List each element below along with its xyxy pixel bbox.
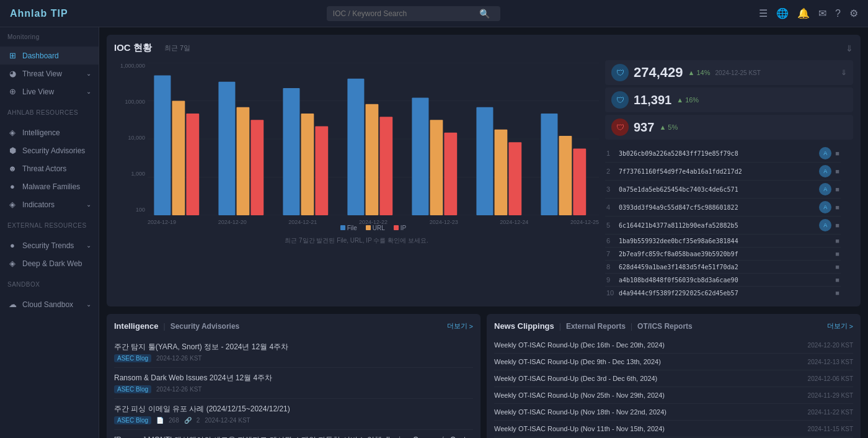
list-row: 9 a4b108bd4848f0f56039cb8d3a6cae90 ■ bbox=[605, 274, 841, 287]
mail-icon[interactable]: ✉ bbox=[818, 7, 826, 19]
intel-panel: Intelligence | Security Advisories 더보기 >… bbox=[107, 314, 480, 438]
sidebar-item-threat-actors[interactable]: ☻ Threat Actors bbox=[0, 159, 99, 177]
news-item: Weekly OT-ISAC Round-Up (Nov 11th - Nov … bbox=[494, 421, 853, 437]
indicators-icon: ◈ bbox=[7, 200, 17, 209]
search-input[interactable] bbox=[333, 9, 476, 18]
ioc-chart: 1,000,000 100,000 10,000 1,000 100 bbox=[114, 60, 599, 299]
sidebar-item-dashboard[interactable]: ⊞ Dashboard bbox=[0, 47, 99, 65]
intel-tag: ASEC Blog bbox=[114, 416, 151, 424]
copy-icon[interactable]: ■ bbox=[835, 203, 839, 211]
sidebar-item-intelligence[interactable]: ◈ Intelligence bbox=[0, 123, 99, 141]
sandbox-section: ☁ Cloud Sandbox ⌄ bbox=[0, 290, 99, 318]
search-bar[interactable]: 🔍 bbox=[327, 6, 500, 21]
sidebar-item-label: Threat View bbox=[22, 69, 62, 78]
ioc-badge-a[interactable]: A bbox=[819, 165, 831, 177]
y-label-5: 100 bbox=[117, 207, 145, 213]
svg-rect-19 bbox=[444, 133, 457, 215]
copy-icon[interactable]: ■ bbox=[835, 237, 839, 244]
copy-icon[interactable]: ■ bbox=[835, 263, 839, 270]
ioc-badge-a[interactable]: A bbox=[819, 219, 831, 231]
chart-note: 최근 7일간 발견된 File, URL, IP 수를 확인에 보세요. bbox=[114, 236, 599, 245]
globe-icon[interactable]: 🌐 bbox=[776, 7, 789, 19]
chart-svg bbox=[148, 63, 599, 215]
sidebar-item-security-trends[interactable]: ● Security Trends ⌄ bbox=[0, 236, 99, 254]
search-icon[interactable]: 🔍 bbox=[479, 9, 490, 19]
intel-subtitle: Security Advisories bbox=[170, 322, 240, 331]
bell-icon[interactable]: 🔔 bbox=[797, 7, 810, 19]
news-item: Weekly OT-ISAC Round-Up (Dec 9th - Dec 1… bbox=[494, 354, 853, 370]
copy-icon[interactable]: ■ bbox=[835, 289, 839, 297]
stat1-download-icon[interactable]: ⇓ bbox=[841, 68, 847, 77]
ioc-panel: IOC 현황 최근 7일 ⇓ 1,000,000 100,000 10, bbox=[107, 35, 861, 306]
sidebar-item-live-view[interactable]: ⊕ Live View ⌄ bbox=[0, 83, 99, 101]
news-title-group: News Clippings | External Reports | OT/I… bbox=[494, 321, 693, 331]
stat-row-3: 🛡 937 ▲ 5% bbox=[605, 115, 853, 140]
chart-legend: File URL IP bbox=[148, 225, 599, 231]
news-subtitle1: External Reports bbox=[566, 322, 626, 331]
copy-icon[interactable]: ■ bbox=[835, 221, 839, 229]
sidebar-item-indicators[interactable]: ◈ Indicators ⌄ bbox=[0, 195, 99, 213]
list-icon[interactable]: ☰ bbox=[759, 7, 768, 19]
sidebar-item-malware-families[interactable]: ● Malware Families bbox=[0, 177, 99, 195]
intel-item-title[interactable]: 주간 피싱 이메일 유포 사례 (2024/12/15~2024/12/21) bbox=[114, 404, 473, 414]
news-subtitle2: OT/ICS Reports bbox=[637, 322, 693, 331]
ioc-badge-a[interactable]: A bbox=[819, 147, 831, 159]
chart-y-labels: 1,000,000 100,000 10,000 1,000 100 bbox=[114, 60, 148, 215]
sidebar-item-deep-dark-web[interactable]: ◈ Deep & Dark Web bbox=[0, 254, 99, 272]
svg-rect-17 bbox=[412, 97, 428, 215]
intel-count: 268 bbox=[169, 417, 179, 424]
download-icon[interactable]: ⇓ bbox=[846, 43, 853, 53]
panel-divider: | bbox=[164, 322, 166, 331]
intel-item-title[interactable]: [Ransom] MONTI 랜섬웨어의 새로운 피해자로 게시된 스페인 자동… bbox=[114, 435, 473, 438]
settings-icon[interactable]: ⚙ bbox=[849, 7, 858, 19]
svg-rect-13 bbox=[315, 127, 328, 216]
sidebar-item-security-advisories[interactable]: ⬢ Security Advisories bbox=[0, 141, 99, 159]
sidebar-item-threat-view[interactable]: ◕ Threat View ⌄ bbox=[0, 65, 99, 83]
logo-tip: TIP bbox=[51, 8, 68, 19]
intel-date: 2024-12-24 KST bbox=[205, 417, 250, 424]
intel-title: Intelligence bbox=[114, 321, 159, 331]
ioc-panel-header: IOC 현황 최근 7일 ⇓ bbox=[114, 42, 853, 54]
copy-icon[interactable]: ■ bbox=[835, 168, 839, 175]
help-icon[interactable]: ? bbox=[835, 8, 841, 19]
news-title: News Clippings bbox=[494, 321, 554, 331]
ioc-badge-a[interactable]: A bbox=[819, 201, 831, 213]
news-item-text[interactable]: Weekly OT-ISAC Round-Up (Dec 3rd - Dec 6… bbox=[494, 375, 802, 382]
stat1-date: 2024-12-25 KST bbox=[715, 69, 761, 76]
svg-rect-22 bbox=[508, 142, 521, 215]
list-row: 1 3b026cb09a226a52843ff719e85f79c8 A ■ bbox=[605, 145, 841, 163]
logo-ahnlab: Ahnlab bbox=[10, 8, 47, 19]
intel-item-title[interactable]: 주간 탐지 툴(YARA, Snort) 정보 - 2024년 12월 4주차 bbox=[114, 342, 473, 352]
news-more-button[interactable]: 더보기 > bbox=[827, 321, 853, 331]
intel-tag: ASEC Blog bbox=[114, 354, 151, 362]
news-item-text[interactable]: Weekly OT-ISAC Round-Up (Dec 9th - Dec 1… bbox=[494, 358, 802, 365]
copy-icon[interactable]: ■ bbox=[835, 185, 839, 193]
intel-meta: ASEC Blog 2024-12-26 KST bbox=[114, 385, 473, 393]
news-item-text[interactable]: Weekly OT-ISAC Round-Up (Nov 25th - Nov … bbox=[494, 391, 802, 399]
news-item-text[interactable]: Weekly OT-ISAC Round-Up (Nov 18th - Nov … bbox=[494, 408, 802, 416]
legend-ip: IP bbox=[394, 225, 406, 231]
intel-more-button[interactable]: 더보기 > bbox=[447, 321, 473, 331]
news-item-text[interactable]: Weekly OT-ISAC Round-Up (Dec 16th - Dec … bbox=[494, 341, 802, 349]
panel-divider: | bbox=[559, 322, 561, 331]
ioc-badge-a[interactable]: A bbox=[819, 183, 831, 195]
live-view-icon: ⊕ bbox=[7, 87, 17, 96]
svg-rect-14 bbox=[347, 79, 364, 215]
news-item-date: 2024-11-29 KST bbox=[808, 392, 853, 399]
stat1-icon: 🛡 bbox=[611, 64, 629, 81]
copy-icon[interactable]: ■ bbox=[835, 150, 839, 157]
ahnlab-resources-section: ◈ Intelligence ⬢ Security Advisories ☻ T… bbox=[0, 118, 99, 218]
svg-rect-18 bbox=[430, 120, 443, 215]
chevron-right-icon: > bbox=[849, 323, 853, 330]
news-item-text[interactable]: Weekly OT-ISAC Round-Up (Nov 11th - Nov … bbox=[494, 425, 802, 432]
ioc-period: 최근 7일 bbox=[164, 43, 190, 53]
svg-rect-11 bbox=[283, 88, 299, 215]
copy-icon[interactable]: ■ bbox=[835, 276, 839, 284]
news-item: Weekly OT-ISAC Round-Up (Dec 16th - Dec … bbox=[494, 337, 853, 354]
svg-rect-25 bbox=[573, 148, 586, 215]
ioc-right: 🛡 274,429 ▲ 14% 2024-12-25 KST ⇓ 🛡 11,39… bbox=[605, 60, 853, 299]
copy-icon[interactable]: ■ bbox=[835, 250, 839, 257]
intel-item-title[interactable]: Ransom & Dark Web Issues 2024년 12월 4주차 bbox=[114, 373, 473, 383]
stat3-change: ▲ 5% bbox=[659, 123, 678, 131]
sidebar-item-cloud-sandbox[interactable]: ☁ Cloud Sandbox ⌄ bbox=[0, 295, 99, 313]
